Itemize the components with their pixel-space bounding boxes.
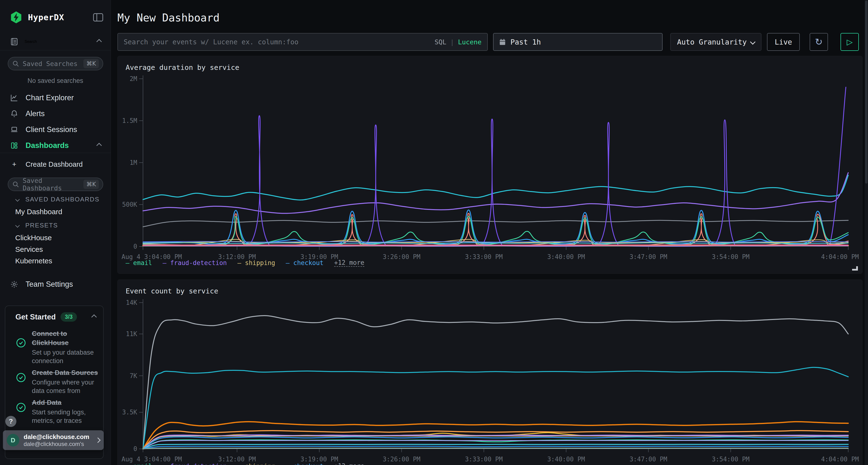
scrollbar-thumb[interactable] — [865, 0, 868, 184]
sidebar-section-label: Search — [25, 39, 37, 44]
vertical-scrollbar[interactable] — [865, 0, 868, 465]
laptop-icon — [10, 126, 19, 134]
sidebar-item-dashboards[interactable]: Dashboards — [0, 139, 111, 152]
chevron-up-icon[interactable] — [91, 314, 97, 320]
get-started-item[interactable]: Create Data Sources Configure where your… — [16, 368, 97, 395]
get-started-item-desc: Set up your database connection — [32, 348, 106, 365]
chevron-down-icon — [15, 197, 20, 201]
svg-text:0: 0 — [133, 445, 137, 453]
svg-text:0: 0 — [133, 243, 137, 250]
gear-icon — [10, 280, 19, 289]
sidebar-item-label: Dashboards — [26, 141, 69, 150]
page-title: My New Dashboard — [117, 11, 220, 24]
sidebar-item-team-settings[interactable]: Team Settings — [0, 277, 111, 291]
dashboard-link-my-dashboard[interactable]: My Dashboard — [15, 208, 62, 216]
plus-icon: + — [10, 160, 19, 168]
get-started-title: Get Started — [16, 313, 56, 322]
chevron-up-icon — [96, 143, 102, 148]
bell-icon — [10, 110, 19, 118]
legend-more-link[interactable]: +12 more — [334, 259, 364, 267]
chevron-down-icon — [750, 39, 756, 45]
saved-searches-placeholder: Saved Searches — [23, 60, 84, 67]
help-button[interactable]: ? — [5, 416, 17, 427]
chart-explorer-icon — [10, 94, 19, 102]
group-saved-dashboards[interactable]: SAVED DASHBOARDS — [16, 196, 99, 203]
search-icon — [12, 60, 19, 67]
svg-text:1M: 1M — [130, 159, 137, 166]
chevron-up-icon — [96, 39, 102, 44]
svg-text:2M: 2M — [130, 75, 137, 82]
svg-text:3:54:00 PM: 3:54:00 PM — [712, 253, 750, 261]
saved-dashboards-input[interactable]: Saved Dashboards ⌘K — [8, 177, 103, 191]
legend-item: — checkout — [286, 463, 323, 465]
granularity-value: Auto Granularity — [677, 38, 751, 46]
sidebar-item-label: Alerts — [26, 109, 44, 118]
svg-text:3:47:00 PM: 3:47:00 PM — [629, 253, 668, 261]
legend-item: — shipping — [238, 463, 275, 465]
preset-link-services[interactable]: Services — [15, 245, 43, 254]
shortcut-badge: ⌘K — [84, 180, 99, 189]
create-dashboard-label: Create Dashboard — [26, 161, 83, 168]
collapse-sidebar-icon[interactable] — [93, 13, 103, 22]
legend-item: — fraud-detection — [163, 259, 227, 266]
check-circle-icon — [16, 372, 27, 383]
svg-text:3:54:00 PM: 3:54:00 PM — [712, 456, 750, 463]
svg-text:7K: 7K — [130, 372, 137, 379]
main-content: My New Dashboard Search your events w/ L… — [111, 0, 868, 465]
calendar-icon — [499, 38, 506, 46]
shortcut-badge: ⌘K — [84, 59, 99, 68]
dashboards-icon — [10, 141, 19, 150]
legend-item: — email — [126, 463, 152, 465]
saved-dashboards-placeholder: Saved Dashboards — [23, 177, 84, 192]
saved-searches-input[interactable]: Saved Searches ⌘K — [8, 57, 103, 70]
chevron-down-icon — [15, 223, 20, 227]
legend-item: — checkout — [286, 259, 323, 266]
preset-link-clickhouse[interactable]: ClickHouse — [15, 234, 52, 242]
sidebar-item-chart-explorer[interactable]: Chart Explorer — [0, 91, 111, 105]
svg-text:3:40:00 PM: 3:40:00 PM — [547, 456, 585, 463]
event-search-input[interactable]: Search your events w/ Lucene ex. column:… — [117, 33, 488, 51]
granularity-select[interactable]: Auto Granularity — [670, 33, 762, 51]
svg-text:4:04:00 PM: 4:04:00 PM — [821, 253, 859, 261]
chevron-right-icon — [95, 437, 101, 443]
get-started-item[interactable]: Add Data Start sending logs, metrics, or… — [16, 398, 97, 425]
group-presets[interactable]: PRESETS — [16, 222, 58, 229]
create-dashboard-button[interactable]: + Create Dashboard — [0, 158, 111, 171]
sidebar-item-alerts[interactable]: Alerts — [0, 107, 111, 121]
line-chart-event-count[interactable]: 03.5K7K11K14KAug 4 3:04:00 PM3:12:00 PM3… — [118, 280, 862, 465]
svg-text:3:40:00 PM: 3:40:00 PM — [547, 253, 585, 261]
sidebar-item-client-sessions[interactable]: Client Sessions — [0, 123, 111, 136]
legend-more-link[interactable]: +12 more — [334, 462, 364, 465]
search-section-icon — [10, 37, 19, 46]
line-chart-average-duration[interactable]: 0500K1M1.5M2MAug 4 3:04:00 PM3:12:00 PM3… — [118, 56, 862, 273]
legend-item: — email — [126, 259, 152, 266]
run-query-button[interactable]: ▷ — [840, 33, 859, 51]
get-started-item[interactable]: Connect to ClickHouse Set up your databa… — [16, 329, 97, 365]
mode-lucene-button[interactable]: Lucene — [458, 38, 482, 46]
svg-text:4:04:00 PM: 4:04:00 PM — [821, 456, 859, 463]
time-range-picker[interactable]: Past 1h — [493, 33, 662, 51]
svg-text:3:26:00 PM: 3:26:00 PM — [383, 253, 421, 261]
legend-item: — shipping — [238, 259, 275, 266]
avatar: D — [7, 434, 19, 446]
hyperdx-logo-icon — [10, 11, 23, 24]
sidebar-item-label: Client Sessions — [26, 125, 77, 134]
resize-handle[interactable] — [852, 266, 858, 271]
refresh-button[interactable]: ↻ — [810, 33, 828, 51]
mode-sql-button[interactable]: SQL — [434, 38, 446, 46]
check-circle-icon — [16, 402, 27, 413]
sidebar: HyperDX Search Saved Searches ⌘K No save… — [0, 0, 111, 465]
time-range-value: Past 1h — [510, 38, 541, 46]
refresh-icon: ↻ — [815, 37, 823, 47]
svg-text:3:47:00 PM: 3:47:00 PM — [629, 456, 668, 463]
svg-text:3:33:00 PM: 3:33:00 PM — [465, 253, 503, 261]
preset-link-kubernetes[interactable]: Kubernetes — [15, 257, 52, 265]
team-settings-label: Team Settings — [26, 280, 73, 289]
svg-text:Aug 4 3:04:00 PM: Aug 4 3:04:00 PM — [122, 456, 182, 463]
group-title: SAVED DASHBOARDS — [25, 196, 99, 203]
svg-text:3:12:00 PM: 3:12:00 PM — [218, 456, 256, 463]
get-started-item-desc: Start sending logs, metrics, or traces — [32, 408, 102, 425]
sidebar-section-search[interactable]: Search — [0, 36, 111, 48]
live-button[interactable]: Live — [767, 33, 800, 51]
user-menu[interactable]: D dale@clickhouse.com dale@clickhouse.co… — [3, 430, 104, 450]
